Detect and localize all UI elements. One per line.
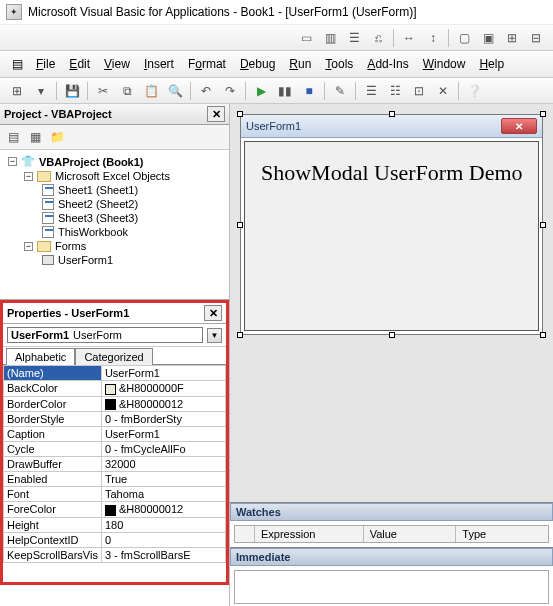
view-code-icon[interactable]: ▤ [3,128,23,146]
tree-group-forms[interactable]: − Forms [6,239,223,253]
project-explorer-icon[interactable]: ☰ [360,81,382,101]
run-icon[interactable]: ▶ [250,81,272,101]
object-selector[interactable]: UserForm1 UserForm ▼ [3,324,226,347]
cut-icon[interactable]: ✂ [92,81,114,101]
toolbar-icon[interactable]: ⎌ [367,28,389,48]
view-switch-icon[interactable]: ▤ [6,54,28,74]
tree-item-sheet3[interactable]: Sheet3 (Sheet3) [6,211,223,225]
menu-window[interactable]: Window [417,55,472,73]
property-grid[interactable]: (Name)UserForm1BackColor&H8000000FBorder… [3,365,226,582]
property-value[interactable]: 32000 [101,457,225,472]
property-row[interactable]: BorderColor&H80000012 [4,396,226,412]
property-row[interactable]: Cycle0 - fmCycleAllFo [4,442,226,457]
watches-col-value[interactable]: Value [364,526,457,542]
property-row[interactable]: (Name)UserForm1 [4,366,226,381]
close-icon[interactable]: ✕ [207,106,225,122]
resize-handle[interactable] [389,332,395,338]
undo-icon[interactable]: ↶ [195,81,217,101]
property-value[interactable]: UserForm1 [101,366,225,381]
toolbar-icon[interactable]: ▥ [319,28,341,48]
chevron-down-icon[interactable]: ▼ [207,328,222,343]
property-row[interactable]: FontTahoma [4,487,226,502]
help-icon[interactable]: ❔ [463,81,485,101]
resize-handle[interactable] [389,111,395,117]
immediate-input[interactable] [234,570,549,604]
view-excel-icon[interactable]: ⊞ [6,81,28,101]
property-value[interactable]: 0 [101,532,225,547]
property-value[interactable]: 0 - fmBorderSty [101,412,225,427]
tree-item-thisworkbook[interactable]: ThisWorkbook [6,225,223,239]
toolbar-icon[interactable]: ↔ [398,28,420,48]
property-row[interactable]: Height180 [4,517,226,532]
collapse-icon[interactable]: − [24,172,33,181]
property-row[interactable]: HelpContextID0 [4,532,226,547]
property-value[interactable]: &H8000000F [101,381,225,397]
property-row[interactable]: BorderStyle0 - fmBorderSty [4,412,226,427]
userform-close-icon[interactable]: ✕ [501,118,537,134]
property-row[interactable]: KeepScrollBarsVis3 - fmScrollBarsE [4,547,226,562]
resize-handle[interactable] [237,332,243,338]
toolbox-icon[interactable]: ✕ [432,81,454,101]
insert-userform-icon[interactable]: ▾ [30,81,52,101]
property-row[interactable]: DrawBuffer32000 [4,457,226,472]
property-row[interactable]: CaptionUserForm1 [4,427,226,442]
menu-addins[interactable]: Add-Ins [361,55,414,73]
property-row[interactable]: ForeColor&H80000012 [4,502,226,518]
tree-project-root[interactable]: − 👕 VBAProject (Book1) [6,154,223,169]
redo-icon[interactable]: ↷ [219,81,241,101]
reset-icon[interactable]: ■ [298,81,320,101]
menu-run[interactable]: Run [283,55,317,73]
userform-canvas[interactable]: ShowModal UserForm Demo [244,141,539,331]
tab-alphabetic[interactable]: Alphabetic [6,348,75,365]
toolbar-icon[interactable]: ⊞ [501,28,523,48]
property-value[interactable]: 3 - fmScrollBarsE [101,547,225,562]
property-value[interactable]: UserForm1 [101,427,225,442]
resize-handle[interactable] [540,222,546,228]
break-icon[interactable]: ▮▮ [274,81,296,101]
tree-item-userform1[interactable]: UserForm1 [6,253,223,267]
watches-col-expression[interactable]: Expression [255,526,364,542]
properties-window-icon[interactable]: ☷ [384,81,406,101]
watches-columns[interactable]: Expression Value Type [234,525,549,543]
toolbar-icon[interactable]: ▢ [453,28,475,48]
design-mode-icon[interactable]: ✎ [329,81,351,101]
menu-insert[interactable]: Insert [138,55,180,73]
tree-group-excel[interactable]: − Microsoft Excel Objects [6,169,223,183]
property-value[interactable]: 180 [101,517,225,532]
form-designer[interactable]: UserForm1 ✕ ShowModal UserForm Demo [230,104,553,502]
resize-handle[interactable] [237,222,243,228]
property-value[interactable]: &H80000012 [101,396,225,412]
resize-handle[interactable] [540,111,546,117]
collapse-icon[interactable]: − [8,157,17,166]
save-icon[interactable]: 💾 [61,81,83,101]
project-tree[interactable]: − 👕 VBAProject (Book1) − Microsoft Excel… [0,150,229,299]
menu-view[interactable]: View [98,55,136,73]
watches-col-type[interactable]: Type [456,526,548,542]
menu-format[interactable]: Format [182,55,232,73]
object-browser-icon[interactable]: ⊡ [408,81,430,101]
toolbar-icon[interactable]: ▭ [295,28,317,48]
property-row[interactable]: BackColor&H8000000F [4,381,226,397]
label-showmodal[interactable]: ShowModal UserForm Demo [261,160,523,186]
menu-edit[interactable]: Edit [63,55,96,73]
property-value[interactable]: &H80000012 [101,502,225,518]
collapse-icon[interactable]: − [24,242,33,251]
property-row[interactable]: EnabledTrue [4,472,226,487]
menu-help[interactable]: Help [473,55,510,73]
toggle-folders-icon[interactable]: 📁 [47,128,67,146]
toolbar-icon[interactable]: ▣ [477,28,499,48]
tree-item-sheet2[interactable]: Sheet2 (Sheet2) [6,197,223,211]
view-object-icon[interactable]: ▦ [25,128,45,146]
menu-tools[interactable]: Tools [319,55,359,73]
property-value[interactable]: 0 - fmCycleAllFo [101,442,225,457]
toolbar-icon[interactable]: ⊟ [525,28,547,48]
toolbar-icon[interactable]: ↕ [422,28,444,48]
resize-handle[interactable] [237,111,243,117]
tab-categorized[interactable]: Categorized [75,348,152,365]
property-value[interactable]: True [101,472,225,487]
close-icon[interactable]: ✕ [204,305,222,321]
paste-icon[interactable]: 📋 [140,81,162,101]
tree-item-sheet1[interactable]: Sheet1 (Sheet1) [6,183,223,197]
resize-handle[interactable] [540,332,546,338]
find-icon[interactable]: 🔍 [164,81,186,101]
